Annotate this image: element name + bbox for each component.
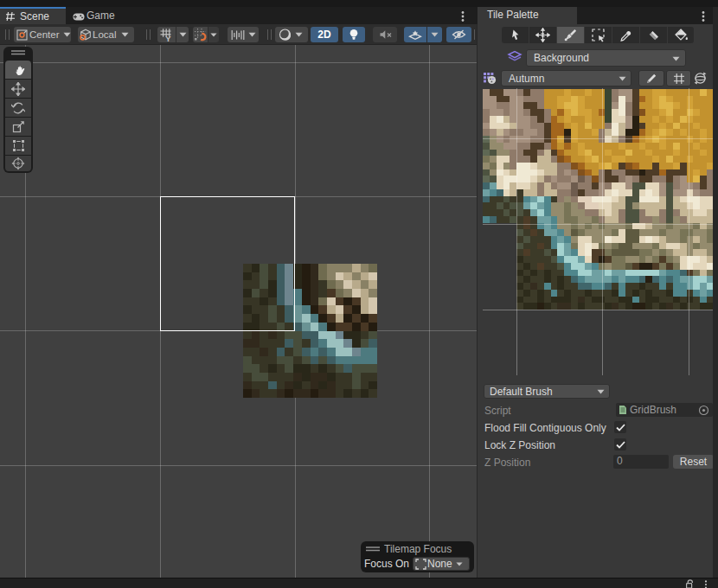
svg-text:Y: Y	[165, 34, 171, 42]
